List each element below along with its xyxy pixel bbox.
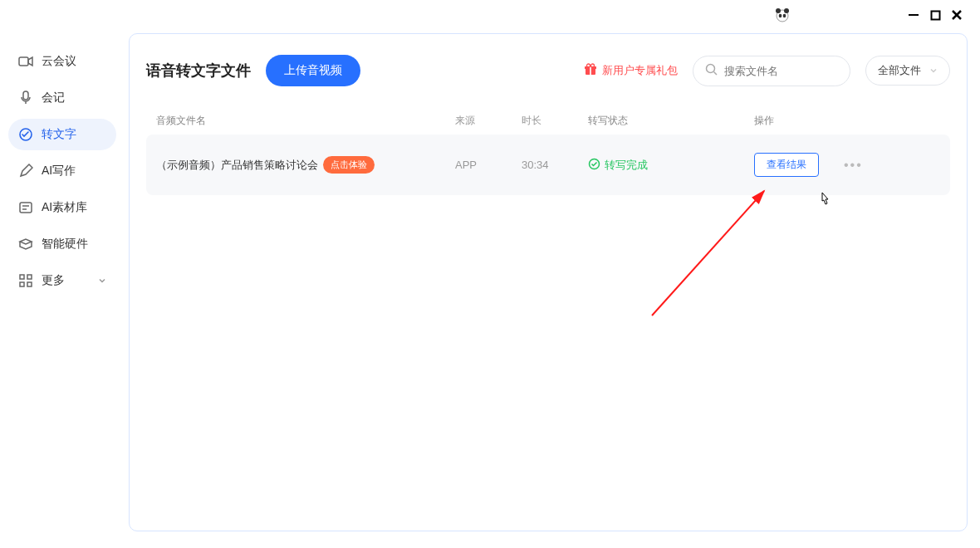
duration-cell: 30:34 xyxy=(522,159,588,171)
sidebar-item-label: AI素材库 xyxy=(42,200,87,215)
sidebar-item-more[interactable]: 更多 xyxy=(8,265,116,296)
svg-rect-18 xyxy=(27,282,32,286)
svg-point-22 xyxy=(587,64,590,67)
svg-point-2 xyxy=(784,8,789,13)
action-cell: 查看结果 ••• xyxy=(754,153,940,177)
svg-rect-15 xyxy=(20,275,24,279)
svg-rect-10 xyxy=(23,91,28,100)
header-source: 来源 xyxy=(455,114,522,128)
close-button[interactable] xyxy=(950,8,963,22)
sidebar-item-label: 智能硬件 xyxy=(42,237,88,252)
more-actions-button[interactable]: ••• xyxy=(844,158,863,173)
try-badge[interactable]: 点击体验 xyxy=(323,156,375,174)
main-panel: 语音转文字文件 上传音视频 新用户专属礼包 全部文件 音频文件名 来源 时长 转… xyxy=(129,33,968,531)
svg-point-24 xyxy=(707,64,715,72)
chevron-down-icon xyxy=(98,274,106,287)
sidebar-item-notes[interactable]: 会记 xyxy=(8,82,116,114)
sidebar-item-ai-library[interactable]: AI素材库 xyxy=(8,192,116,223)
svg-point-4 xyxy=(783,14,786,17)
sidebar-item-transcribe[interactable]: 转文字 xyxy=(8,119,116,150)
header-status: 转写状态 xyxy=(588,114,754,128)
svg-rect-16 xyxy=(27,275,32,279)
sidebar-item-ai-writing[interactable]: AI写作 xyxy=(8,155,116,187)
table-row[interactable]: （示例音频）产品销售策略讨论会 点击体验 APP 30:34 转写完成 查看结果… xyxy=(146,135,950,195)
header-duration: 时长 xyxy=(522,114,588,128)
check-circle-icon xyxy=(588,158,600,173)
gift-icon xyxy=(584,63,597,79)
sidebar-item-label: AI写作 xyxy=(42,164,76,179)
dropdown-label: 全部文件 xyxy=(878,63,921,78)
promo-link[interactable]: 新用户专属礼包 xyxy=(584,63,678,79)
titlebar xyxy=(757,0,980,30)
mic-icon xyxy=(18,91,33,105)
svg-rect-9 xyxy=(19,57,28,66)
search-input[interactable] xyxy=(724,65,838,77)
svg-rect-12 xyxy=(20,203,32,213)
minimize-button[interactable] xyxy=(907,8,920,22)
pen-icon xyxy=(18,164,33,179)
page-title: 语音转文字文件 xyxy=(146,61,251,81)
svg-point-3 xyxy=(779,14,782,17)
status-cell: 转写完成 xyxy=(588,158,754,173)
status-text: 转写完成 xyxy=(605,158,648,173)
file-name-cell: （示例音频）产品销售策略讨论会 点击体验 xyxy=(156,156,455,174)
chevron-down-icon xyxy=(929,65,938,77)
search-icon xyxy=(705,63,718,79)
maximize-button[interactable] xyxy=(929,8,942,22)
sidebar-item-label: 更多 xyxy=(42,273,65,288)
sidebar-item-label: 转文字 xyxy=(42,127,76,142)
file-name: （示例音频）产品销售策略讨论会 xyxy=(156,158,318,173)
upload-button[interactable]: 上传音视频 xyxy=(266,55,360,86)
search-box[interactable] xyxy=(693,56,850,86)
sidebar-item-cloud-meeting[interactable]: 云会议 xyxy=(8,46,116,77)
sidebar-item-label: 云会议 xyxy=(42,54,76,69)
grid-icon xyxy=(18,273,33,288)
hardware-icon xyxy=(18,237,33,252)
sidebar-item-hardware[interactable]: 智能硬件 xyxy=(8,228,116,260)
view-result-button[interactable]: 查看结果 xyxy=(754,153,819,177)
promo-text: 新用户专属礼包 xyxy=(602,63,678,78)
transcribe-icon xyxy=(18,127,33,142)
header-action: 操作 xyxy=(754,114,940,128)
header-name: 音频文件名 xyxy=(156,114,455,128)
svg-line-25 xyxy=(714,71,718,75)
sidebar-item-label: 会记 xyxy=(42,91,65,105)
library-icon xyxy=(18,200,33,215)
filter-dropdown[interactable]: 全部文件 xyxy=(865,56,950,86)
svg-rect-17 xyxy=(20,282,24,286)
table-header: 音频文件名 来源 时长 转写状态 操作 xyxy=(146,107,950,135)
svg-point-23 xyxy=(591,64,595,67)
app-logo-icon xyxy=(774,7,791,23)
source-cell: APP xyxy=(455,159,522,171)
svg-point-1 xyxy=(776,8,781,13)
svg-rect-6 xyxy=(931,11,939,19)
video-icon xyxy=(18,54,33,69)
header: 语音转文字文件 上传音视频 新用户专属礼包 全部文件 xyxy=(146,55,950,86)
svg-rect-21 xyxy=(590,66,591,75)
sidebar: 云会议 会记 转文字 AI写作 AI素材库 智能硬件 更多 xyxy=(0,46,125,301)
